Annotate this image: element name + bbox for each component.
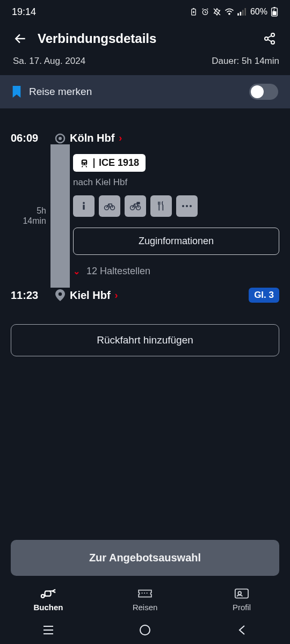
svg-rect-11 [237, 13, 239, 16]
svg-rect-13 [242, 10, 244, 16]
nav-trips-label: Reisen [133, 603, 158, 612]
to-offers-button[interactable]: Zur Angebotsauswahl [11, 540, 279, 576]
arrival-row: 11:23 Kiel Hbf › Gl. 3 [11, 288, 279, 303]
svg-point-34 [105, 206, 109, 210]
bike-reserve-icon [129, 201, 141, 211]
app-bar: Verbindungsdetails [0, 24, 290, 56]
sys-home[interactable] [115, 623, 175, 638]
arrival-station: Kiel Hbf [70, 289, 111, 302]
svg-line-6 [205, 12, 206, 13]
back-button[interactable] [11, 29, 30, 48]
svg-point-10 [229, 13, 230, 14]
train-info-button[interactable]: Zuginformationen [73, 228, 279, 255]
svg-point-43 [41, 595, 45, 598]
departure-row: 06:09 Köln Hbf › [11, 132, 279, 144]
arrow-left-icon [13, 32, 27, 46]
svg-line-31 [86, 166, 87, 167]
stops-count: 12 Haltestellen [86, 266, 150, 277]
svg-line-30 [82, 166, 83, 167]
more-icon [182, 204, 192, 208]
recent-icon [42, 625, 54, 635]
travel-date: Sa. 17. Aug. 2024 [13, 56, 85, 67]
leg-details: 5h 14min ICE 1918 nach Kiel Hbf [11, 144, 279, 288]
svg-rect-48 [235, 589, 248, 598]
svg-point-27 [83, 163, 84, 164]
svg-rect-12 [240, 12, 242, 16]
chevron-right-icon: › [115, 290, 118, 301]
nav-profile-label: Profil [233, 603, 251, 612]
mute-icon [213, 8, 221, 16]
toggle-knob [251, 85, 264, 98]
svg-point-39 [182, 205, 184, 207]
svg-line-23 [268, 40, 272, 42]
arrival-station-link[interactable]: Kiel Hbf › [70, 289, 118, 302]
svg-line-8 [207, 9, 208, 9]
bottom-nav: Buchen Reisen Profil [0, 582, 290, 616]
nav-book[interactable]: Buchen [1, 587, 96, 612]
train-icon [79, 158, 89, 168]
svg-point-40 [186, 205, 188, 207]
bike-icon [104, 201, 115, 211]
train-destination: nach Kiel Hbf [73, 177, 279, 188]
travel-duration: Dauer: 5h 14min [212, 56, 279, 67]
svg-point-28 [85, 163, 86, 164]
chevron-down-icon: ⌄ [73, 266, 80, 276]
nav-trips[interactable]: Reisen [97, 587, 193, 612]
page-title: Verbindungsdetails [38, 31, 260, 46]
svg-point-20 [265, 37, 268, 40]
restaurant-icon [156, 201, 166, 211]
remember-trip-toggle[interactable] [249, 84, 278, 100]
journey-block: 06:09 Köln Hbf › 5h 14min ICE 1918 nach … [0, 132, 290, 303]
share-button[interactable] [260, 29, 279, 48]
system-nav [0, 616, 290, 644]
add-return-button[interactable]: Rückfahrt hinzufügen [11, 324, 279, 356]
info-icon [78, 201, 89, 211]
battery-icon [271, 7, 278, 17]
sys-recent[interactable] [19, 623, 78, 638]
train-badge[interactable]: ICE 1918 [73, 154, 146, 172]
sys-back[interactable] [212, 623, 271, 638]
amenity-bike[interactable] [99, 195, 120, 217]
leg-duration-hours: 5h [37, 206, 46, 216]
svg-point-42 [59, 292, 62, 296]
home-icon [139, 624, 151, 636]
battery-saver-icon [190, 8, 198, 16]
departure-station: Köln Hbf [70, 132, 114, 144]
svg-point-21 [271, 41, 274, 44]
nav-profile[interactable]: Profil [194, 587, 289, 612]
destination-marker-icon [55, 289, 65, 301]
amenity-bike-reservation[interactable] [125, 195, 146, 217]
departure-station-link[interactable]: Köln Hbf › [70, 132, 122, 144]
svg-line-7 [202, 9, 204, 9]
svg-point-19 [271, 33, 274, 36]
svg-point-53 [140, 625, 150, 635]
amenities-row [73, 195, 279, 217]
status-time: 19:14 [12, 6, 36, 18]
signal-icon [237, 8, 247, 16]
wifi-icon [224, 8, 234, 16]
profile-icon [234, 588, 249, 599]
origin-marker-icon [55, 133, 66, 144]
svg-rect-38 [136, 202, 140, 204]
amenity-restaurant[interactable] [150, 195, 172, 217]
status-bar: 19:14 60% [0, 0, 290, 24]
departure-time: 06:09 [11, 132, 50, 144]
battery-percent: 60% [250, 7, 267, 17]
platform-badge: Gl. 3 [249, 288, 279, 303]
bookmark-icon [12, 86, 21, 98]
train-number: ICE 1918 [99, 157, 139, 169]
svg-rect-29 [83, 160, 86, 162]
nav-book-label: Buchen [33, 603, 63, 612]
svg-rect-14 [244, 8, 246, 16]
amenity-info[interactable] [73, 195, 95, 217]
svg-rect-16 [273, 7, 276, 8]
share-icon [263, 32, 276, 45]
arrival-time: 11:23 [11, 289, 50, 302]
ticket-icon [137, 588, 153, 599]
svg-point-36 [130, 206, 135, 210]
stops-expander[interactable]: ⌄ 12 Haltestellen [73, 266, 279, 277]
date-duration-row: Sa. 17. Aug. 2024 Dauer: 5h 14min [0, 56, 290, 75]
amenity-more[interactable] [176, 195, 198, 217]
alarm-icon [201, 8, 209, 16]
leg-duration-mins: 14min [23, 216, 46, 226]
